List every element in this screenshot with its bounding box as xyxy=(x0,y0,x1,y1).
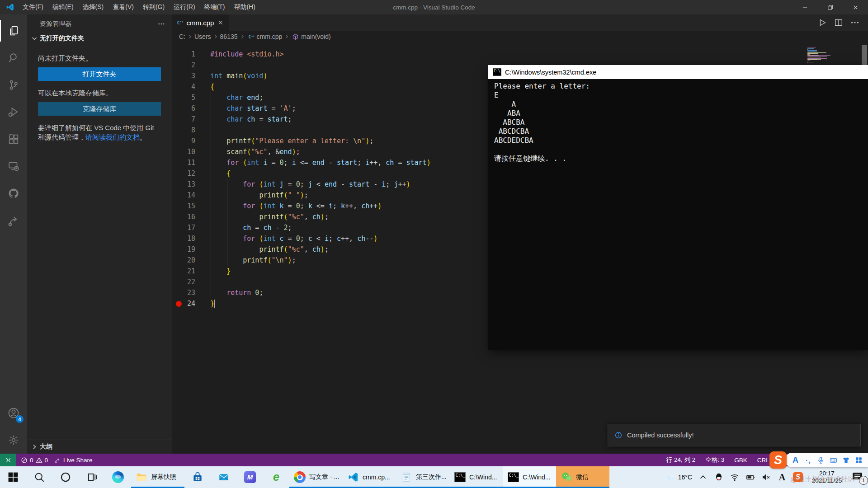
tray-tray-letter-a-icon[interactable]: A xyxy=(777,472,787,482)
taskbar-item-label: C:\Wind... xyxy=(523,474,550,481)
line-number: 24 xyxy=(187,300,195,308)
remote-indicator[interactable] xyxy=(0,454,16,466)
line-number: 7 xyxy=(191,115,195,123)
breadcrumb-item[interactable]: C: xyxy=(179,33,185,40)
breadcrumb-item[interactable]: Users xyxy=(194,33,211,40)
menu-item[interactable]: 终端(T) xyxy=(200,0,230,14)
taskbar-notepad-window[interactable]: 第三次作... xyxy=(396,466,449,488)
sogou-logo-icon[interactable]: S xyxy=(769,451,787,469)
tray-clock[interactable]: 20:172021/11/25 xyxy=(809,470,845,484)
tray-weather[interactable]: 16°C xyxy=(666,472,692,482)
breadcrumb: C:Users86135C++cmm.cppmain(void) xyxy=(172,31,868,42)
breadcrumb-item[interactable]: cmm.cpp xyxy=(257,33,283,40)
activity-run-and-debug[interactable] xyxy=(0,99,27,126)
taskbar-start-button[interactable] xyxy=(0,466,26,488)
ime-toolbar[interactable]: S A·, xyxy=(785,453,868,467)
menu-item[interactable]: 运行(R) xyxy=(169,0,199,14)
taskbar-browser-e[interactable]: e xyxy=(263,466,289,488)
clone-repo-button[interactable]: 克隆存储库 xyxy=(38,102,161,116)
run-button[interactable] xyxy=(817,18,827,28)
taskbar-cmd-window-2[interactable]: C:\_C:\Wind... xyxy=(503,466,556,488)
cmd-titlebar[interactable]: C:\_ C:\Windows\system32\cmd.exe xyxy=(488,65,868,79)
minimize-button[interactable] xyxy=(792,0,817,14)
tray-chevron-up-icon[interactable] xyxy=(698,472,708,482)
encoding-status[interactable]: GBK xyxy=(734,457,747,464)
taskbar-medibang[interactable]: M xyxy=(237,466,263,488)
breadcrumb-item[interactable]: main(void) xyxy=(301,33,330,40)
taskbar-folder-window[interactable]: 屏幕快照 xyxy=(131,466,184,488)
live-share-status[interactable]: Live Share xyxy=(54,457,93,464)
menu-item[interactable]: 帮助(H) xyxy=(229,0,259,14)
indentation-status[interactable]: 空格: 3 xyxy=(705,456,724,464)
sidebar-explorer: 资源管理器 无打开的文件夹 尚未打开文件夹。 打开文件夹 可以在本地克隆存储库。… xyxy=(27,14,172,454)
menu-item[interactable]: 转到(G) xyxy=(138,0,169,14)
menu-item[interactable]: 选择(S) xyxy=(78,0,108,14)
tray-volume-mute-icon[interactable] xyxy=(761,472,771,482)
activity-live-share[interactable] xyxy=(0,207,27,234)
cmd-console[interactable]: Please enter a letter: E A ABA ABCBA ABC… xyxy=(488,79,868,350)
vscode-logo-icon xyxy=(5,3,14,12)
restore-button[interactable] xyxy=(817,0,843,14)
activity-extensions[interactable] xyxy=(0,126,27,153)
taskbar-task-view[interactable] xyxy=(79,466,105,488)
taskbar-cortana[interactable] xyxy=(52,466,79,488)
more-actions-icon[interactable] xyxy=(157,20,165,28)
section-no-open-folder[interactable]: 无打开的文件夹 xyxy=(27,32,172,45)
tab-cmm-cpp[interactable]: C++ cmm.cpp xyxy=(172,14,229,31)
tray-wifi-icon[interactable] xyxy=(730,472,740,482)
editor-scrollbar[interactable] xyxy=(862,45,867,66)
minimap[interactable] xyxy=(807,47,835,65)
more-editor-actions[interactable] xyxy=(850,18,860,28)
activity-bottom: 4 xyxy=(0,399,27,454)
activity-search[interactable] xyxy=(0,44,27,71)
store-icon xyxy=(192,471,203,483)
ime-keyboard-icon[interactable] xyxy=(829,456,838,465)
notification-toast[interactable]: Compiled successfully! xyxy=(608,424,861,446)
split-editor-button[interactable] xyxy=(834,18,844,28)
ime-skin-icon[interactable] xyxy=(842,456,850,465)
breakpoint-icon[interactable] xyxy=(176,301,182,307)
notification-center-button[interactable]: 1 xyxy=(851,471,865,483)
cursor-position-status[interactable]: 行 24, 列 2 xyxy=(666,456,696,464)
breadcrumb-chevron-icon xyxy=(283,33,290,40)
outline-section[interactable]: 大纲 xyxy=(27,440,172,454)
taskbar-microsoft-store[interactable] xyxy=(184,466,211,488)
activity-explorer[interactable] xyxy=(0,17,27,44)
taskbar-vscode-window[interactable]: cmm.cp... xyxy=(343,466,396,488)
line-number: 9 xyxy=(191,137,195,145)
tab-close-icon[interactable] xyxy=(217,19,224,26)
ime-grid-icon[interactable] xyxy=(854,456,863,465)
ime-mic-icon[interactable] xyxy=(816,456,825,465)
tray-sogou-tray-icon[interactable]: S xyxy=(793,472,803,482)
account-button[interactable]: 4 xyxy=(0,399,27,427)
tray-qq-icon[interactable] xyxy=(714,472,724,482)
cmd-window[interactable]: C:\_ C:\Windows\system32\cmd.exe Please … xyxy=(488,65,868,350)
problems-status[interactable]: 0 0 xyxy=(21,457,48,464)
restore-icon xyxy=(827,4,834,11)
open-folder-button[interactable]: 打开文件夹 xyxy=(38,67,161,81)
docs-link[interactable]: 请阅读我们的文档 xyxy=(85,133,140,141)
cmd-taskbar-icon: C:\_ xyxy=(507,471,519,483)
taskbar-taskbar-search[interactable] xyxy=(26,466,52,488)
breadcrumb-item[interactable]: 86135 xyxy=(220,33,238,40)
close-button[interactable] xyxy=(843,0,868,14)
activity-remote-explorer[interactable] xyxy=(0,153,27,180)
taskbar-edge[interactable] xyxy=(105,466,131,488)
ime-letter-a-icon[interactable]: A xyxy=(791,456,800,465)
ime-punct-icon[interactable]: ·, xyxy=(804,456,812,465)
taskbar-chrome-window[interactable]: 写文章 - ... xyxy=(289,466,343,488)
extensions-icon xyxy=(7,133,20,145)
tray-battery-icon[interactable] xyxy=(745,472,755,482)
menu-item[interactable]: 文件(F) xyxy=(18,0,48,14)
activity-github[interactable] xyxy=(0,180,27,207)
settings-button[interactable] xyxy=(0,427,27,454)
chrome-icon xyxy=(294,471,306,483)
taskbar-cmd-window-1[interactable]: C:\_C:\Wind... xyxy=(449,466,503,488)
cmd-window-icon: C:\_ xyxy=(493,68,501,76)
taskbar-mail[interactable] xyxy=(211,466,237,488)
taskbar-wechat-window[interactable]: 微信 xyxy=(556,466,609,488)
vscode-logo xyxy=(0,0,18,14)
activity-source-control[interactable] xyxy=(0,71,27,99)
menu-item[interactable]: 编辑(E) xyxy=(48,0,78,14)
menu-item[interactable]: 查看(V) xyxy=(108,0,138,14)
